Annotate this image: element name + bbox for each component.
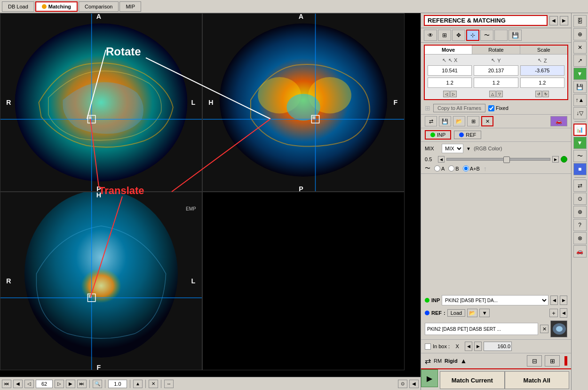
- zoom-fit-btn[interactable]: 🔍: [93, 380, 102, 388]
- fr-btn-15[interactable]: ?: [573, 219, 587, 231]
- tab-matching[interactable]: Matching: [35, 1, 78, 12]
- match-current-btn[interactable]: Match Current: [440, 371, 505, 389]
- stepper-x-right[interactable]: ▷: [450, 91, 457, 97]
- rm-nav-right[interactable]: ▶: [560, 16, 568, 25]
- stepper-y-up[interactable]: △: [489, 91, 496, 97]
- fr-btn-10[interactable]: 〜: [573, 150, 587, 162]
- stepper-z-cw[interactable]: ↻: [542, 91, 549, 97]
- fr-btn-6[interactable]: 💾: [573, 81, 587, 93]
- toolbar-arr-btn[interactable]: ◀: [409, 380, 419, 388]
- ref-add-btn[interactable]: +: [549, 309, 558, 317]
- radio-apb[interactable]: A+B: [463, 165, 480, 172]
- up-btn[interactable]: ▲: [133, 380, 143, 388]
- frame-input[interactable]: 62: [36, 380, 53, 388]
- slider-track[interactable]: [446, 158, 550, 161]
- inbox-next-btn[interactable]: ▶: [474, 342, 482, 351]
- play-btn[interactable]: ▶: [421, 369, 438, 387]
- inp-button[interactable]: INP: [425, 130, 451, 140]
- fr-btn-2[interactable]: ⊕: [573, 28, 587, 40]
- tab-db-load[interactable]: DB Load: [2, 1, 34, 12]
- copy-to-all-frames-btn[interactable]: Copy to All Frames: [433, 104, 485, 112]
- ref-prev-btn[interactable]: ◀: [560, 308, 567, 318]
- stepper-y-down[interactable]: ▽: [496, 91, 503, 97]
- file-tag-close-btn[interactable]: ✕: [540, 325, 548, 333]
- next-frame-btn[interactable]: ▷: [55, 380, 64, 388]
- action-delete-btn[interactable]: ✕: [481, 116, 493, 126]
- inp-next-btn[interactable]: ▶: [560, 296, 567, 305]
- input-y-row1[interactable]: 20.137: [474, 65, 518, 76]
- x-btn[interactable]: ✕: [149, 380, 158, 388]
- tool-wave-btn[interactable]: 〜: [480, 30, 493, 41]
- layout-btn-1[interactable]: ⊟: [527, 355, 542, 367]
- radio-b-input[interactable]: [448, 165, 454, 172]
- brain-cell-top-right[interactable]: A P H F: [202, 13, 405, 192]
- ref-load-btn[interactable]: Load: [447, 309, 465, 317]
- ref-dropdown-btn[interactable]: ▼: [479, 309, 490, 317]
- fr-btn-9[interactable]: ▼: [573, 137, 587, 149]
- fr-btn-12[interactable]: ⇄: [573, 179, 587, 192]
- fr-btn-14[interactable]: ⊕: [573, 206, 587, 218]
- skip-start-btn[interactable]: ⏮: [2, 380, 11, 388]
- fr-btn-13[interactable]: ⊙: [573, 193, 587, 205]
- input-z-row1[interactable]: -3.675: [520, 65, 564, 76]
- action-folder-btn[interactable]: 📂: [453, 116, 465, 126]
- toolbar-end-btn[interactable]: ⊙: [398, 380, 407, 388]
- zoom-input[interactable]: 1.0: [108, 380, 127, 388]
- input-x-row1[interactable]: 10.541: [428, 65, 472, 76]
- fr-btn-4[interactable]: ↗: [573, 55, 587, 67]
- stepper-z-ccw[interactable]: ↺: [535, 91, 542, 97]
- action-arrows-btn[interactable]: ⇄: [425, 116, 437, 126]
- stepper-x-left[interactable]: ◁: [443, 91, 450, 97]
- transform-tab-scale[interactable]: Scale: [520, 46, 567, 54]
- inbox-prev-btn[interactable]: ◀: [465, 342, 472, 351]
- inbox-checkbox[interactable]: [425, 343, 431, 350]
- fr-btn-16[interactable]: ⊗: [573, 232, 587, 244]
- mix-dropdown[interactable]: MIX: [442, 144, 463, 153]
- radio-a-input[interactable]: [434, 165, 440, 172]
- brain-cell-bottom-right[interactable]: [202, 192, 405, 370]
- layout-btn-2[interactable]: ⊞: [545, 355, 560, 367]
- input-x-row2[interactable]: 1.2: [428, 78, 472, 88]
- action-save-btn[interactable]: 💾: [439, 116, 451, 126]
- brain-cell-bottom-left[interactable]: H F R L: [0, 192, 202, 370]
- match-all-btn[interactable]: Match AlI: [505, 371, 570, 389]
- slider-thumb[interactable]: [503, 156, 510, 163]
- next-btn[interactable]: ▶: [66, 380, 75, 388]
- fixed-checkbox[interactable]: [488, 105, 494, 111]
- tool-save-btn[interactable]: 💾: [509, 30, 522, 41]
- radio-a[interactable]: A: [434, 165, 445, 172]
- slider-right-btn[interactable]: ▶: [552, 156, 559, 163]
- transform-tab-rotate[interactable]: Rotate: [472, 46, 520, 54]
- fr-btn-11[interactable]: ■: [573, 163, 587, 175]
- fr-btn-3[interactable]: ✕: [573, 41, 587, 54]
- inp-dataset-dropdown[interactable]: PKIN2 [DASB PET] DA...: [442, 295, 548, 305]
- tool-transform-btn[interactable]: ⊹: [466, 30, 479, 41]
- inbox-value-input[interactable]: 160.0: [484, 342, 512, 351]
- rm-nav-left[interactable]: ◀: [549, 16, 558, 25]
- skip-end-btn[interactable]: ⏭: [77, 380, 87, 388]
- prev-btn[interactable]: ◀: [13, 380, 23, 388]
- input-y-row2[interactable]: 1.2: [474, 78, 518, 88]
- fr-btn-8[interactable]: ↓▽: [573, 107, 587, 119]
- action-copy-btn[interactable]: ⊞: [467, 116, 479, 126]
- tool-eye-btn[interactable]: 👁: [424, 30, 437, 41]
- radio-b[interactable]: B: [448, 165, 459, 172]
- fr-btn-5[interactable]: ▼: [573, 68, 587, 80]
- brain-cell-top-left[interactable]: A P R L: [0, 13, 202, 192]
- action-car-btn[interactable]: 🚗: [550, 116, 567, 126]
- transform-tab-move[interactable]: Move: [425, 46, 472, 54]
- tool-blank-btn[interactable]: [494, 30, 508, 41]
- tool-move-btn[interactable]: ✥: [452, 30, 465, 41]
- tool-grid-btn[interactable]: ⊞: [438, 30, 451, 41]
- input-z-row2[interactable]: 1.2: [520, 78, 564, 88]
- radio-apb-input[interactable]: [463, 165, 469, 172]
- fr-btn-chart[interactable]: 📊: [573, 124, 587, 136]
- fr-btn-7[interactable]: ↑▲: [573, 94, 587, 106]
- slider-left-btn[interactable]: ◀: [438, 156, 445, 163]
- fr-btn-17[interactable]: 🚗: [573, 245, 587, 257]
- tab-mip[interactable]: MIP: [119, 1, 141, 12]
- ref-load-icon-btn[interactable]: 📂: [467, 309, 477, 317]
- inp-prev-btn[interactable]: ◀: [550, 296, 558, 305]
- tab-comparison[interactable]: Comparison: [79, 1, 119, 12]
- fr-btn-1[interactable]: 🗄: [573, 15, 587, 27]
